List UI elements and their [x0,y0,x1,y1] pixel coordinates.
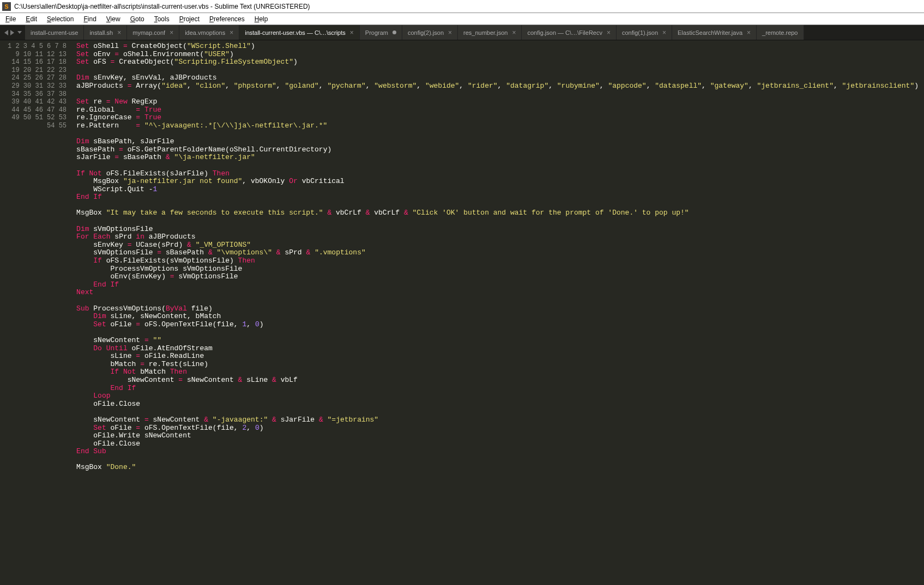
tab-label: install-current-user.vbs — C\…\scripts [245,29,346,36]
tab-idea-vmoptions[interactable]: idea.vmoptions× [179,25,239,40]
tab-config-2-json[interactable]: config(2).json× [402,25,458,40]
tab-label: idea.vmoptions [185,29,225,36]
code-area[interactable]: Set oShell = CreateObject("WScript.Shell… [71,40,924,585]
menubar: FileEditSelectionFindViewGotoToolsProjec… [0,13,924,25]
menu-tools[interactable]: Tools [150,14,174,24]
close-icon[interactable]: × [662,29,666,36]
tab-config-json-c-filerecv[interactable]: config.json — C\…\FileRecv× [522,25,617,40]
menu-help[interactable]: Help [250,14,273,24]
nav-dropdown-icon[interactable] [17,31,22,34]
tab-elasticsearchwriter-java[interactable]: ElasticSearchWriter.java× [672,25,757,40]
tabbar: install-current-useinstall.sh×mymap.conf… [0,25,924,40]
tab-config-1-json[interactable]: config(1).json× [617,25,672,40]
tab-install-current-use[interactable]: install-current-use [25,25,84,40]
nav-forward-icon[interactable] [10,30,14,35]
tab-label: Program [365,29,388,36]
tab-label: _remote.repo [762,29,798,36]
tab-nav [1,25,25,40]
tab-label: config(1).json [622,29,658,36]
tab-label: install-current-use [31,29,78,36]
close-icon[interactable]: × [117,29,121,36]
close-icon[interactable]: × [448,29,452,36]
tab-mymap-conf[interactable]: mymap.conf× [127,25,179,40]
tab-label: res_number.json [463,29,508,36]
tab-label: ElasticSearchWriter.java [678,29,742,36]
gutter: 1 2 3 4 5 6 7 8 9 10 11 12 13 14 15 16 1… [0,40,71,585]
close-icon[interactable]: × [230,29,233,36]
app-icon: S [2,2,11,11]
menu-project[interactable]: Project [175,14,204,24]
menu-view[interactable]: View [102,14,125,24]
tab-install-current-user-vbs-c-scr[interactable]: install-current-user.vbs — C\…\scripts× [239,25,360,40]
tabs: install-current-useinstall.sh×mymap.conf… [25,25,923,40]
close-icon[interactable]: × [170,29,173,36]
tab-label: mymap.conf [132,29,165,36]
tab--remote-repo[interactable]: _remote.repo [757,25,804,40]
tab-label: install.sh [89,29,113,36]
menu-find[interactable]: Find [79,14,100,24]
editor[interactable]: 1 2 3 4 5 6 7 8 9 10 11 12 13 14 15 16 1… [0,40,924,585]
menu-edit[interactable]: Edit [21,14,41,24]
tab-program[interactable]: Program [360,25,402,40]
window-title: C:\Users\allen\Desktop\ja-netfilter-all\… [14,3,310,10]
nav-back-icon[interactable] [4,30,8,35]
menu-selection[interactable]: Selection [43,14,78,24]
close-icon[interactable]: × [350,29,354,36]
menu-preferences[interactable]: Preferences [205,14,249,24]
tab-res-number-json[interactable]: res_number.json× [458,25,522,40]
tab-install-sh[interactable]: install.sh× [84,25,127,40]
menu-goto[interactable]: Goto [126,14,149,24]
dirty-dot-icon [392,31,396,34]
close-icon[interactable]: × [512,29,516,36]
menu-file[interactable]: File [1,14,20,24]
titlebar: S C:\Users\allen\Desktop\ja-netfilter-al… [0,0,924,13]
close-icon[interactable]: × [607,29,611,36]
close-icon[interactable]: × [747,29,751,36]
tab-label: config(2).json [408,29,444,36]
tab-label: config.json — C\…\FileRecv [527,29,602,36]
